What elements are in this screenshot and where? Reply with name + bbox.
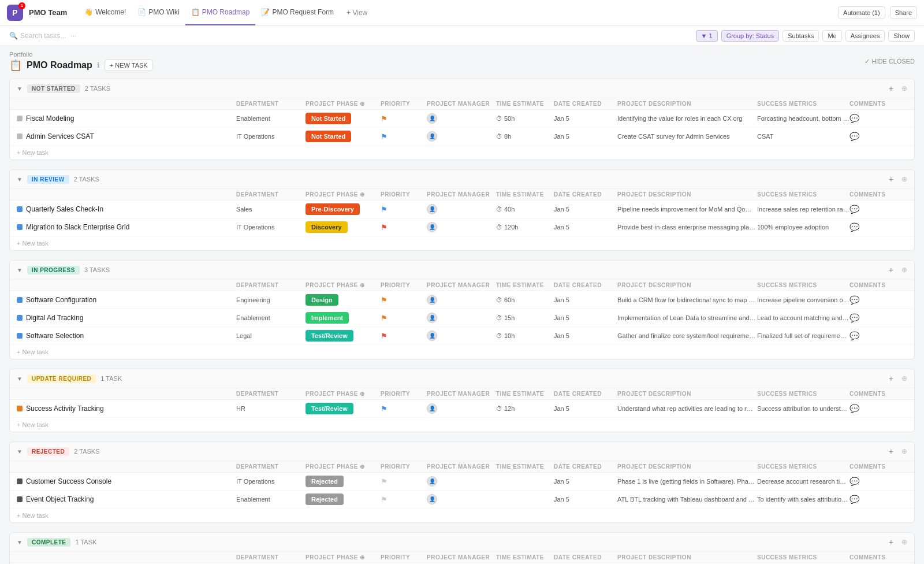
search-placeholder[interactable]: Search tasks... bbox=[20, 32, 66, 40]
new-task-row[interactable]: + New task bbox=[10, 509, 914, 522]
task-comment[interactable]: 💬 bbox=[850, 132, 907, 141]
nav-tab-welcome[interactable]: 👋Welcome! bbox=[79, 0, 132, 25]
task-name[interactable]: Event Object Tracking bbox=[26, 495, 94, 503]
task-comment[interactable]: 💬 bbox=[850, 222, 907, 232]
task-row[interactable]: Software Selection Legal Test/Review ⚑ 👤… bbox=[10, 327, 914, 345]
new-task-button[interactable]: + NEW TASK bbox=[105, 60, 153, 71]
filter-button[interactable]: ▼ 1 bbox=[696, 30, 718, 42]
section-toggle-in-progress[interactable]: ▼ bbox=[17, 267, 23, 273]
task-phase[interactable]: Design bbox=[305, 296, 381, 304]
task-comment[interactable]: 💬 bbox=[850, 205, 907, 214]
info-icon[interactable]: ℹ bbox=[97, 61, 100, 69]
task-comment[interactable]: 💬 bbox=[850, 331, 907, 340]
share-button[interactable]: Share bbox=[890, 6, 917, 19]
section-add-icon-in-progress[interactable]: + bbox=[889, 265, 893, 274]
task-row[interactable]: Quarterly Sales Check-In Sales Pre-Disco… bbox=[10, 201, 914, 218]
phase-badge[interactable]: Not Started bbox=[305, 131, 351, 142]
task-name[interactable]: Quarterly Sales Check-In bbox=[26, 205, 103, 213]
comment-icon[interactable]: 💬 bbox=[850, 313, 859, 322]
section-more-icon-update-required[interactable]: ⊕ bbox=[901, 374, 907, 383]
task-name[interactable]: Migration to Slack Enterprise Grid bbox=[26, 223, 129, 231]
group-by-button[interactable]: Group by: Status bbox=[721, 30, 780, 42]
task-row[interactable]: Software Configuration Engineering Desig… bbox=[10, 291, 914, 309]
comment-icon[interactable]: 💬 bbox=[850, 295, 859, 305]
nav-tab-wiki[interactable]: 📄PMO Wiki bbox=[132, 0, 185, 25]
task-row[interactable]: Customer Success Console IT Operations R… bbox=[10, 473, 914, 491]
new-task-row[interactable]: + New task bbox=[10, 345, 914, 359]
show-button[interactable]: Show bbox=[888, 30, 915, 42]
phase-badge[interactable]: Rejected bbox=[305, 494, 344, 505]
comment-icon[interactable]: 💬 bbox=[850, 205, 859, 214]
phase-badge[interactable]: Pre-Discovery bbox=[305, 203, 360, 215]
section-add-icon-in-review[interactable]: + bbox=[889, 175, 893, 184]
task-phase[interactable]: Test/Review bbox=[305, 332, 381, 340]
task-name[interactable]: Software Selection bbox=[26, 332, 84, 340]
section-more-icon-in-review[interactable]: ⊕ bbox=[901, 175, 907, 183]
section-add-icon-update-required[interactable]: + bbox=[889, 374, 893, 383]
task-row[interactable]: Digital Ad Tracking Enablement Implement… bbox=[10, 309, 914, 327]
phase-badge[interactable]: Implement bbox=[305, 312, 349, 324]
section-more-icon-not-started[interactable]: ⊕ bbox=[901, 84, 907, 92]
comment-icon[interactable]: 💬 bbox=[850, 132, 859, 141]
section-more-icon-rejected[interactable]: ⊕ bbox=[901, 447, 907, 455]
section-toggle-rejected[interactable]: ▼ bbox=[17, 448, 23, 455]
section-add-icon-rejected[interactable]: + bbox=[889, 447, 893, 456]
task-phase[interactable]: Pre-Discovery bbox=[305, 205, 381, 213]
task-row[interactable]: Admin Services CSAT IT Operations Not St… bbox=[10, 128, 914, 146]
comment-icon[interactable]: 💬 bbox=[850, 222, 859, 232]
task-name[interactable]: Admin Services CSAT bbox=[26, 132, 94, 140]
comment-icon[interactable]: 💬 bbox=[850, 404, 859, 413]
phase-badge[interactable]: Not Started bbox=[305, 113, 351, 124]
task-phase[interactable]: Discovery bbox=[305, 223, 381, 231]
section-toggle-complete[interactable]: ▼ bbox=[17, 539, 23, 546]
add-view-button[interactable]: + View bbox=[342, 9, 372, 17]
phase-badge[interactable]: Test/Review bbox=[305, 330, 353, 342]
task-comment[interactable]: 💬 bbox=[850, 495, 907, 504]
task-row[interactable]: Success Activity Tracking HR Test/Review… bbox=[10, 400, 914, 418]
section-more-icon-in-progress[interactable]: ⊕ bbox=[901, 266, 907, 274]
task-comment[interactable]: 💬 bbox=[850, 477, 907, 486]
section-add-icon-not-started[interactable]: + bbox=[889, 84, 893, 93]
phase-badge[interactable]: Design bbox=[305, 294, 338, 306]
nav-tab-request[interactable]: 📝PMO Request Form bbox=[255, 0, 340, 25]
me-button[interactable]: Me bbox=[822, 30, 841, 42]
subtasks-button[interactable]: Subtasks bbox=[783, 30, 819, 42]
task-name[interactable]: Fiscal Modeling bbox=[26, 114, 74, 123]
automate-button[interactable]: Automate (1) bbox=[838, 6, 885, 19]
task-comment[interactable]: 💬 bbox=[850, 114, 907, 123]
task-phase[interactable]: Not Started bbox=[305, 114, 381, 123]
section-toggle-update-required[interactable]: ▼ bbox=[17, 376, 23, 382]
assignees-button[interactable]: Assignees bbox=[845, 30, 885, 42]
comment-icon[interactable]: 💬 bbox=[850, 495, 859, 504]
nav-tab-roadmap[interactable]: 📋PMO Roadmap bbox=[185, 0, 256, 25]
task-name[interactable]: Customer Success Console bbox=[26, 477, 111, 485]
comment-icon[interactable]: 💬 bbox=[850, 331, 859, 340]
task-phase[interactable]: Not Started bbox=[305, 132, 381, 140]
section-more-icon-complete[interactable]: ⊕ bbox=[901, 538, 907, 546]
app-logo[interactable]: P 1 bbox=[7, 5, 23, 21]
section-add-icon-complete[interactable]: + bbox=[889, 537, 893, 547]
new-task-row[interactable]: + New task bbox=[10, 146, 914, 159]
task-row[interactable]: Fiscal Modeling Enablement Not Started ⚑… bbox=[10, 110, 914, 128]
task-phase[interactable]: Rejected bbox=[305, 477, 381, 485]
hide-closed-button[interactable]: ✓ HIDE CLOSED bbox=[865, 58, 915, 65]
task-phase[interactable]: Rejected bbox=[305, 495, 381, 503]
phase-badge[interactable]: Discovery bbox=[305, 221, 348, 233]
new-task-row[interactable]: + New task bbox=[10, 418, 914, 432]
task-name[interactable]: Success Activity Tracking bbox=[26, 405, 104, 413]
task-name[interactable]: Software Configuration bbox=[26, 296, 96, 304]
task-name[interactable]: Digital Ad Tracking bbox=[26, 314, 83, 322]
task-comment[interactable]: 💬 bbox=[850, 295, 907, 305]
task-comment[interactable]: 💬 bbox=[850, 313, 907, 322]
comment-icon[interactable]: 💬 bbox=[850, 477, 859, 486]
task-phase[interactable]: Test/Review bbox=[305, 405, 381, 413]
task-comment[interactable]: 💬 bbox=[850, 404, 907, 413]
phase-badge[interactable]: Rejected bbox=[305, 476, 344, 487]
task-phase[interactable]: Implement bbox=[305, 314, 381, 322]
phase-badge[interactable]: Test/Review bbox=[305, 403, 353, 414]
new-task-row[interactable]: + New task bbox=[10, 236, 914, 250]
task-row[interactable]: Migration to Slack Enterprise Grid IT Op… bbox=[10, 218, 914, 236]
section-toggle-not-started[interactable]: ▼ bbox=[17, 86, 23, 92]
task-row[interactable]: Event Object Tracking Enablement Rejecte… bbox=[10, 491, 914, 509]
section-toggle-in-review[interactable]: ▼ bbox=[17, 176, 23, 183]
